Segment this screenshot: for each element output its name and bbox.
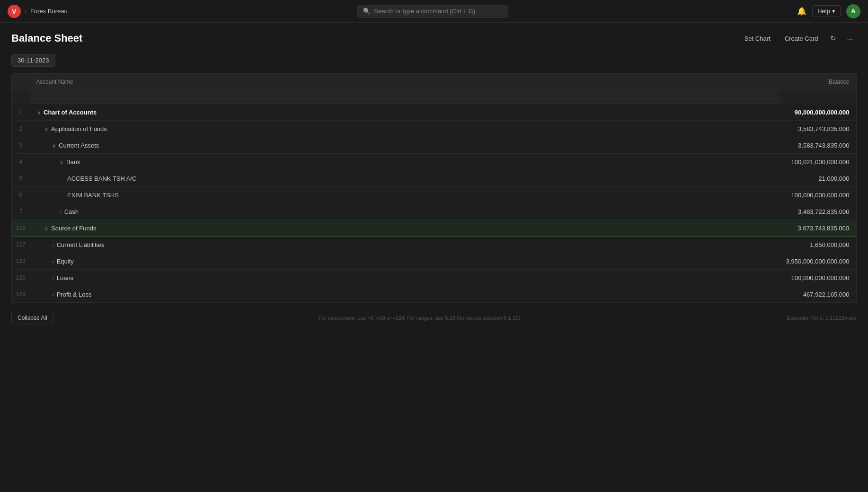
chevron-right-icon[interactable]: › [52,259,54,264]
table-row[interactable]: 7›Cash3,483,722,835.000 [12,203,856,220]
col-account-header: Account Name [29,74,779,90]
date-value: 30-11-2023 [18,57,49,64]
page-actions: Set Chart Create Card ↻ ··· [739,31,857,45]
col-num-header [12,74,30,90]
help-chevron-icon: ▾ [832,8,835,15]
chevron-right-icon[interactable]: › [60,209,62,215]
app-logo[interactable]: V [8,5,21,18]
row-name-cell[interactable]: ∨Chart of Accounts [29,104,779,121]
account-name: Equity [57,258,74,265]
row-balance-cell: 90,000,000,000.000 [779,104,856,121]
table-body: 1∨Chart of Accounts90,000,000,000.0002∨A… [12,104,856,303]
row-num-cell: 1 [12,104,30,121]
chevron-down-icon[interactable]: ∨ [37,110,41,115]
help-label: Help [817,8,830,15]
execution-time: Execution Time: 1.112224 sec [787,315,857,321]
set-chart-button[interactable]: Set Chart [739,32,776,45]
row-num-cell: 4 [12,154,30,170]
account-name: Profit & Loss [57,291,92,298]
main-content: 30-11-2023 Account Name Balance 1∨Chart … [0,52,868,328]
row-name-cell[interactable]: ›Loans [29,270,779,286]
row-name-cell[interactable]: ›Current Liabilities [29,237,779,253]
avatar[interactable]: A [846,4,860,18]
page-header: Balance Sheet Set Chart Create Card ↻ ··… [0,23,868,52]
nav-right: 🔔 Help ▾ A [797,4,860,18]
table-row[interactable]: 1∨Chart of Accounts90,000,000,000.000 [12,104,856,121]
account-name: Source of Funds [51,225,96,232]
table-row[interactable]: 4∨Bank100,021,000,000.000 [12,154,856,170]
balance-sheet-table: Account Name Balance 1∨Chart of Accounts… [11,73,857,303]
row-balance-cell: 3,583,743,835.000 [779,121,856,137]
col-balance-header: Balance [779,74,856,90]
row-num-cell: 7 [12,203,30,220]
row-balance-cell: 3,950,000,000,000.000 [779,253,856,270]
account-name: Chart of Accounts [44,109,97,116]
row-balance-cell: 3,483,722,835.000 [779,203,856,220]
row-name-cell[interactable]: ∨Application of Funds [29,121,779,137]
collapse-all-button[interactable]: Collapse All [11,312,53,324]
chevron-down-icon[interactable]: ∨ [52,143,56,149]
table-row[interactable]: 126›Loans100,000,000,000.000 [12,270,856,286]
row-name-cell[interactable]: ›Cash [29,203,779,220]
footer-hint: For comparison, use >5, <10 or =324. For… [319,315,522,321]
search-bar[interactable]: 🔍 Search or type a command (Ctrl + G) [357,5,508,18]
account-name: ACCESS BANK TSH A/C [67,175,136,182]
nav-center: 🔍 Search or type a command (Ctrl + G) [357,5,508,18]
table-row[interactable]: 6EXIM BANK TSHS100,000,000,000.000 [12,187,856,203]
row-balance-cell: 100,000,000,000.000 [779,187,856,203]
row-name-cell[interactable]: EXIM BANK TSHS [29,187,779,203]
row-name-cell[interactable]: ›Profit & Loss [29,286,779,303]
page-title: Balance Sheet [11,32,82,44]
chevron-right-icon[interactable]: › [52,242,54,248]
row-balance-cell: 21,000,000 [779,170,856,187]
date-filter[interactable]: 30-11-2023 [11,54,55,67]
chevron-right-icon[interactable]: › [52,292,54,298]
chevron-down-icon[interactable]: ∨ [60,159,63,165]
row-name-cell[interactable]: ›Equity [29,253,779,270]
row-num-cell: 5 [12,170,30,187]
filter-name-cell [29,90,779,104]
account-name: Cash [64,208,79,215]
row-num-cell: 123 [12,253,30,270]
chevron-down-icon[interactable]: ∨ [44,126,48,132]
row-balance-cell: 3,583,743,835.000 [779,137,856,154]
row-name-cell[interactable]: ∨Source of Funds [29,220,779,237]
chevron-right-icon[interactable]: › [52,275,54,281]
row-balance-cell: 467,922,165.000 [779,286,856,303]
search-placeholder: Search or type a command (Ctrl + G) [374,8,476,15]
table-row[interactable]: 3∨Current Assets3,583,743,835.000 [12,137,856,154]
table-row[interactable]: 116∨Source of Funds3,673,743,835.000 [12,220,856,237]
search-icon: 🔍 [363,8,371,15]
table-row[interactable]: 129›Profit & Loss467,922,165.000 [12,286,856,303]
chevron-down-icon[interactable]: ∨ [44,226,48,231]
more-options-button[interactable]: ··· [843,32,857,45]
table-row[interactable]: 117›Current Liabilities1,650,000,000 [12,237,856,253]
account-name: Current Assets [59,142,99,149]
row-name-cell[interactable]: ∨Current Assets [29,137,779,154]
account-name: Loans [57,274,73,281]
row-balance-cell: 3,673,743,835.000 [779,220,856,237]
breadcrumb-chevron: › [25,8,27,15]
row-balance-cell: 100,021,000,000.000 [779,154,856,170]
row-num-cell: 126 [12,270,30,286]
row-name-cell[interactable]: ∨Bank [29,154,779,170]
notifications-button[interactable]: 🔔 [797,7,806,16]
nav-module-label: Forex Bureau [30,8,68,15]
row-num-cell: 116 [12,220,30,237]
help-button[interactable]: Help ▾ [812,5,841,17]
account-name: Bank [66,158,80,166]
table-row[interactable]: 123›Equity3,950,000,000,000.000 [12,253,856,270]
refresh-button[interactable]: ↻ [826,31,840,45]
nav-left: V › Forex Bureau [8,5,68,18]
row-balance-cell: 1,650,000,000 [779,237,856,253]
table-row[interactable]: 2∨Application of Funds3,583,743,835.000 [12,121,856,137]
table-header-row: Account Name Balance [12,74,856,90]
row-num-cell: 2 [12,121,30,137]
row-name-cell[interactable]: ACCESS BANK TSH A/C [29,170,779,187]
table-row[interactable]: 5ACCESS BANK TSH A/C21,000,000 [12,170,856,187]
create-card-button[interactable]: Create Card [779,32,824,45]
row-num-cell: 6 [12,187,30,203]
footer-bar: Collapse All For comparison, use >5, <10… [11,308,857,328]
filter-row [12,90,856,104]
account-name: EXIM BANK TSHS [67,192,119,199]
